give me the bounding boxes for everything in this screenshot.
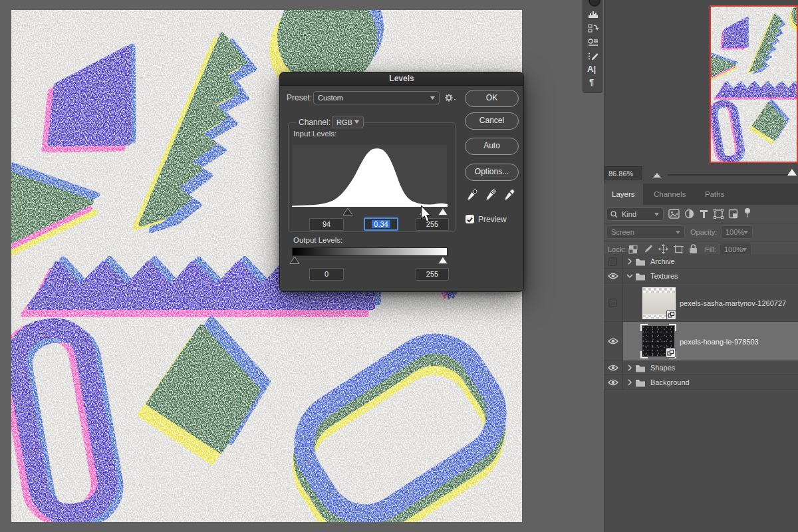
layer-row-shapes[interactable]: Shapes <box>604 360 798 375</box>
histogram-panel-icon[interactable] <box>588 9 598 21</box>
channel-value: RGB <box>336 118 352 126</box>
layer-filter-toggle[interactable] <box>744 207 751 221</box>
output-black-slider <box>290 257 299 264</box>
fill-label: Fill: <box>705 245 716 253</box>
output-levels-label: Output Levels: <box>293 236 342 244</box>
navigator-zoom-value: 86.86% <box>604 168 633 180</box>
layer-row-archive[interactable]: Archive <box>604 254 798 269</box>
tab-layers[interactable]: Layers <box>604 184 643 205</box>
paragraph-panel-icon[interactable]: ¶ <box>589 77 602 87</box>
opacity-label: Opacity: <box>690 228 717 236</box>
tab-paths[interactable]: Paths <box>697 184 732 205</box>
eye-icon[interactable] <box>608 379 618 386</box>
filter-smart-objects-icon[interactable] <box>728 209 738 221</box>
output-sliders[interactable] <box>292 256 448 265</box>
selection-corner <box>640 351 648 358</box>
opacity-value: 100% <box>726 228 744 236</box>
preset-select[interactable]: Custom <box>313 91 440 104</box>
auto-button[interactable]: Auto <box>465 138 519 155</box>
layer-row-textures[interactable]: Textures <box>604 269 798 283</box>
black-point-slider <box>343 208 352 215</box>
photoshop-workspace: { "dialog": { "title": "Levels", "preset… <box>0 0 798 532</box>
options-button[interactable]: Options... <box>465 164 519 181</box>
blend-mode-value: Screen <box>611 228 634 236</box>
smart-object-badge-icon <box>666 310 676 320</box>
channel-select[interactable]: RGB <box>332 116 364 128</box>
layer-thumbnail[interactable] <box>642 326 674 356</box>
cancel-button[interactable]: Cancel <box>465 112 519 130</box>
layer-row-sasha[interactable]: pexels-sasha-martynov-1260727 <box>604 283 798 322</box>
layer-name: Shapes <box>650 364 675 372</box>
layers-filter-row: Kind <box>604 205 798 223</box>
blend-mode-select[interactable]: Screen <box>606 225 685 239</box>
input-gamma-field[interactable]: 0.34 <box>364 217 398 231</box>
eye-icon[interactable] <box>608 338 618 344</box>
selection-corner <box>669 324 676 331</box>
filter-type-layers-icon[interactable] <box>699 209 709 221</box>
chevron-down-icon[interactable] <box>626 274 633 278</box>
filter-adjustment-layers-icon[interactable] <box>684 209 694 221</box>
gray-point-eyedropper-icon[interactable] <box>485 189 497 200</box>
output-white-field[interactable]: 255 <box>416 268 449 281</box>
output-gradient-bar <box>292 247 448 256</box>
chevron-right-icon[interactable] <box>628 258 632 265</box>
output-black-field[interactable]: 0 <box>309 268 344 281</box>
visibility-toggle[interactable] <box>608 299 617 307</box>
layer-row-background[interactable]: Background <box>604 375 798 390</box>
navigator-proxy-view[interactable] <box>710 5 798 163</box>
chevron-down-icon <box>654 213 659 216</box>
levels-dialog: Levels Preset: Custom OK Cancel Auto Opt… <box>279 72 524 292</box>
preview-checkbox[interactable] <box>466 215 474 223</box>
layer-name: Background <box>650 378 690 386</box>
mouse-cursor <box>420 205 433 224</box>
chevron-down-icon <box>742 248 747 251</box>
opacity-field[interactable]: 100% <box>721 225 753 239</box>
filter-pixel-layers-icon[interactable] <box>668 209 680 221</box>
eye-icon[interactable] <box>608 273 618 279</box>
output-white-slider <box>438 257 448 264</box>
brush-settings-icon[interactable] <box>588 52 598 64</box>
chevron-down-icon <box>354 120 359 124</box>
eye-icon[interactable] <box>608 364 618 371</box>
navigator-zoom-slider-thumb[interactable] <box>787 169 797 176</box>
navigator-zoom-slider[interactable] <box>668 174 794 176</box>
layer-thumbnail[interactable] <box>642 287 676 319</box>
channel-label: Channel: <box>296 118 333 127</box>
clone-source-icon[interactable] <box>588 24 598 36</box>
color-wheel-icon[interactable] <box>589 0 600 7</box>
filter-shape-layers-icon[interactable] <box>714 209 724 221</box>
layer-name: Archive <box>650 257 675 265</box>
layer-name: pexels-sasha-martynov-1260727 <box>680 299 786 307</box>
dialog-title-bar[interactable]: Levels <box>280 72 523 86</box>
ok-button[interactable]: OK <box>465 90 519 107</box>
white-point-slider <box>438 208 448 215</box>
black-point-eyedropper-icon[interactable] <box>467 189 478 200</box>
libraries-icon[interactable] <box>588 38 598 50</box>
zoom-out-icon[interactable] <box>653 173 661 178</box>
levels-histogram <box>292 144 448 207</box>
layer-filter-kind-select[interactable]: Kind <box>606 207 664 221</box>
navigator-zoom-field[interactable]: 86.86% <box>604 166 642 180</box>
panel-tab-bar: Layers Channels Paths <box>604 184 798 205</box>
input-levels-label: Input Levels: <box>293 130 336 138</box>
layer-row-hoang[interactable]: pexels-hoang-le-978503 <box>604 322 798 360</box>
lock-label: Lock: <box>608 245 625 253</box>
selection-corner <box>640 324 648 331</box>
chevron-right-icon[interactable] <box>628 364 632 371</box>
character-panel-icon[interactable]: A| <box>587 64 600 74</box>
preset-value: Custom <box>318 94 343 102</box>
visibility-toggle[interactable] <box>608 257 617 266</box>
input-black-field[interactable]: 94 <box>309 218 344 231</box>
search-icon <box>610 211 618 218</box>
checkmark-icon <box>466 215 474 224</box>
chevron-right-icon[interactable] <box>628 379 632 386</box>
tab-channels[interactable]: Channels <box>646 184 694 205</box>
preview-label: Preview <box>478 215 507 224</box>
white-point-eyedropper-icon[interactable] <box>504 189 515 200</box>
chevron-down-icon <box>676 231 680 234</box>
layer-filter-kind-label: Kind <box>622 210 636 218</box>
preset-options-gear-icon[interactable] <box>444 92 457 106</box>
folder-open-icon <box>635 272 646 281</box>
navigator-thumbnail <box>711 7 798 162</box>
fill-value: 100% <box>724 245 743 253</box>
